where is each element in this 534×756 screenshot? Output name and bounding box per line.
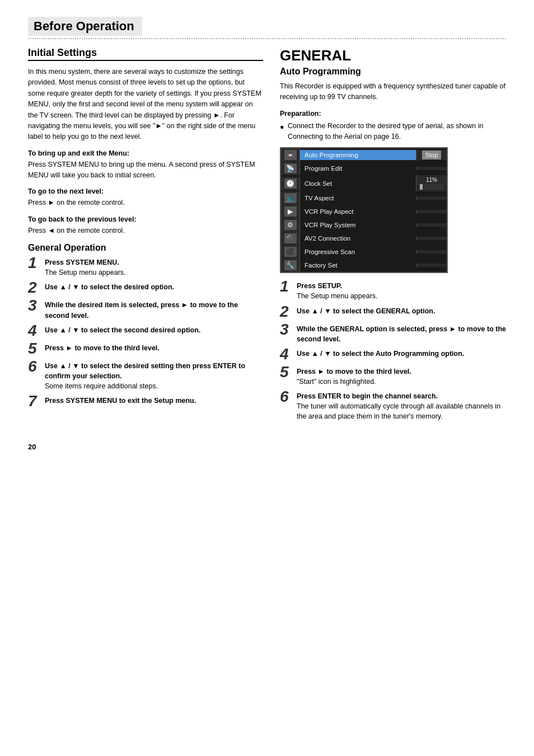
menu-label: Auto Programming xyxy=(300,150,416,160)
bullet-text: Connect the Recorder to the desired type… xyxy=(288,121,506,142)
menu-row: ▶ VCR Play Aspect xyxy=(281,205,447,218)
menu-right xyxy=(416,264,447,267)
step-text: Use ▲ / ▼ to select the desired setting … xyxy=(45,361,263,391)
menu-right xyxy=(416,237,447,240)
menu-label: AV2 Connection xyxy=(300,233,416,243)
step-text: Press ► to move to the third level. xyxy=(45,343,263,353)
menu-right xyxy=(416,196,447,200)
left-step-item: 5 Press ► to move to the third level. xyxy=(28,343,263,356)
menu-icon: 🕐 xyxy=(284,179,297,189)
right-step-item: 4 Use ▲ / ▼ to select the Auto Programmi… xyxy=(280,349,506,362)
menu-right xyxy=(416,250,447,253)
step-number: 2 xyxy=(28,280,43,295)
right-step-item: 2 Use ▲ / ▼ to select the GENERAL option… xyxy=(280,306,506,320)
step-text: While the GENERAL option is selected, pr… xyxy=(297,324,506,344)
next-level-label: To go to the next level: xyxy=(28,187,263,195)
menu-icon-col: 📼 xyxy=(281,148,300,162)
menu-icon-col: 📡 xyxy=(281,162,300,175)
bring-up-text: Press SYSTEM MENU to bring up the menu. … xyxy=(28,159,263,181)
general-op-title: General Operation xyxy=(28,243,263,253)
menu-icon-col: ⚙ xyxy=(281,218,300,232)
left-step-item: 2 Use ▲ / ▼ to select the desired option… xyxy=(28,282,263,295)
initial-settings-title: Initial Settings xyxy=(28,47,263,61)
auto-programming-title: Auto Programming xyxy=(280,67,506,77)
step-number: 6 xyxy=(280,389,294,405)
menu-label: Factory Set xyxy=(300,260,416,270)
step-number: 3 xyxy=(280,322,294,337)
step-text: Use ▲ / ▼ to select the second desired o… xyxy=(45,325,263,335)
step-number: 4 xyxy=(280,346,294,362)
menu-right: 11% xyxy=(416,175,447,191)
next-level-text: Press ► on the remote control. xyxy=(28,198,263,208)
bring-up-label: To bring up and exit the Menu: xyxy=(28,149,263,157)
menu-icon-col: 🔧 xyxy=(281,259,300,272)
step-number: 7 xyxy=(28,393,43,409)
menu-row: 📡 Program Edit xyxy=(281,162,447,175)
menu-icon: 🔌 xyxy=(284,233,297,243)
step-text: Press SYSTEM MENU. The Setup menu appear… xyxy=(45,257,263,278)
left-step-item: 4 Use ▲ / ▼ to select the second desired… xyxy=(28,325,263,339)
step-number: 2 xyxy=(280,304,294,320)
menu-label: VCR Play Aspect xyxy=(300,206,416,217)
header-divider xyxy=(28,38,506,39)
content-columns: Initial Settings In this menu system, th… xyxy=(28,47,506,426)
menu-label: Clock Set xyxy=(300,179,416,189)
menu-icon-col: 🔌 xyxy=(281,232,300,245)
preparation-label: Preparation: xyxy=(280,110,506,118)
menu-label: VCR Play System xyxy=(300,220,416,230)
page-header: Before Operation xyxy=(28,17,506,39)
left-step-item: 7 Press SYSTEM MENU to exit the Setup me… xyxy=(28,396,263,409)
menu-row: ⬛ Progressive Scan xyxy=(281,245,447,259)
step-number: 1 xyxy=(28,255,43,271)
step-number: 1 xyxy=(280,279,294,294)
right-step-item: 1 Press SETUP. The Setup menu appears. xyxy=(280,281,506,301)
step-text: Press SYSTEM MENU to exit the Setup menu… xyxy=(45,396,263,406)
right-step-item: 3 While the GENERAL option is selected, … xyxy=(280,324,506,344)
step-number: 3 xyxy=(28,298,43,313)
step-text: Use ▲ / ▼ to select the desired option. xyxy=(45,282,263,292)
left-step-item: 1 Press SYSTEM MENU. The Setup menu appe… xyxy=(28,257,263,278)
menu-label: Program Edit xyxy=(300,163,416,173)
step-text: Use ▲ / ▼ to select the GENERAL option. xyxy=(297,306,506,316)
right-step-item: 6 Press ENTER to begin the channel searc… xyxy=(280,391,506,421)
menu-label: TV Aspect xyxy=(300,193,416,203)
menu-icon: 📡 xyxy=(284,163,297,173)
menu-right: Stop xyxy=(416,150,447,160)
menu-label: Progressive Scan xyxy=(300,247,416,257)
left-steps-list: 1 Press SYSTEM MENU. The Setup menu appe… xyxy=(28,257,263,409)
prev-level-text: Press ◄ on the remote control. xyxy=(28,226,263,236)
menu-row: 🔧 Factory Set xyxy=(281,259,447,272)
page-title: Before Operation xyxy=(28,17,142,36)
menu-row: ⚙ VCR Play System xyxy=(281,218,447,232)
step-number: 5 xyxy=(28,341,43,356)
intro-text: In this menu system, there are several w… xyxy=(28,67,263,143)
menu-icon: 📺 xyxy=(284,193,297,203)
menu-right xyxy=(416,223,447,227)
menu-row: 📺 TV Aspect xyxy=(281,191,447,205)
right-column: GENERAL Auto Programming This Recorder i… xyxy=(280,47,506,426)
prev-level-label: To go back to the previous level: xyxy=(28,215,263,223)
right-step-item: 5 Press ► to move to the third level. "S… xyxy=(280,367,506,387)
menu-row: 🔌 AV2 Connection xyxy=(281,232,447,245)
step-text: Press ENTER to begin the channel search.… xyxy=(297,391,506,421)
menu-icon-col: ▶ xyxy=(281,205,300,218)
menu-icon: ⬛ xyxy=(284,247,297,257)
left-step-item: 3 While the desired item is selected, pr… xyxy=(28,300,263,320)
menu-icon: 📼 xyxy=(284,150,297,160)
menu-row: 📼 Auto Programming Stop xyxy=(281,148,447,162)
menu-right xyxy=(416,210,447,213)
right-steps-list: 1 Press SETUP. The Setup menu appears. 2… xyxy=(280,281,506,421)
left-step-item: 6 Use ▲ / ▼ to select the desired settin… xyxy=(28,361,263,391)
menu-icon: ▶ xyxy=(284,206,297,217)
step-text: Use ▲ / ▼ to select the Auto Programming… xyxy=(297,349,506,359)
general-title: GENERAL xyxy=(280,47,506,64)
bullet-connect: ● Connect the Recorder to the desired ty… xyxy=(280,121,506,142)
bullet-icon: ● xyxy=(280,122,288,133)
step-number: 6 xyxy=(28,359,43,374)
menu-icon-col: ⬛ xyxy=(281,245,300,259)
page-number: 20 xyxy=(28,443,506,451)
menu-screenshot: 📼 Auto Programming Stop 📡 Program Edit 🕐… xyxy=(280,147,448,273)
step-number: 5 xyxy=(280,364,294,380)
step-text: Press SETUP. The Setup menu appears. xyxy=(297,281,506,301)
step-number: 4 xyxy=(28,323,43,339)
